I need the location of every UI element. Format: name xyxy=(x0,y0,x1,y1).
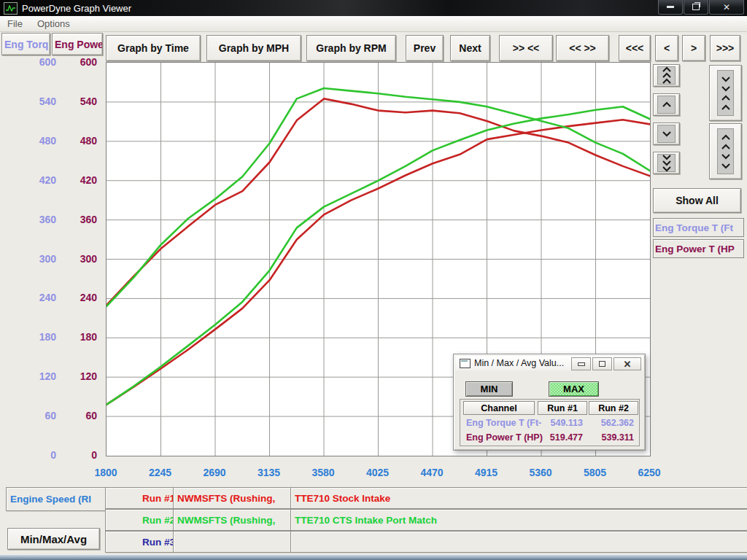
rpm-x-tick-label: 5360 xyxy=(529,467,551,478)
torque-y-tick-label: 600 xyxy=(26,56,56,68)
run3-description-box xyxy=(290,531,747,553)
rpm-x-tick-label: 1800 xyxy=(94,467,117,478)
pan-left-button[interactable]: < xyxy=(655,35,678,61)
zoom-out-y-button[interactable] xyxy=(709,123,742,179)
column-header-run1[interactable]: Run #1 xyxy=(538,401,587,415)
run3-label-box: Run #3 xyxy=(105,531,179,553)
power-run2-max-value: 539.311 xyxy=(589,432,634,443)
close-button[interactable]: ✕ xyxy=(709,0,744,15)
menu-bar: File Options xyxy=(0,16,747,32)
minmax-window-icon xyxy=(460,359,471,368)
torque-channel-label: Eng Torque T (Ft xyxy=(653,218,744,237)
maximize-icon xyxy=(692,4,700,10)
torque-y-tick-label: 540 xyxy=(26,96,56,107)
run1-label-box: Run #1 xyxy=(105,487,179,509)
show-all-button[interactable]: Show All xyxy=(653,188,741,213)
minimize-button[interactable] xyxy=(658,0,683,15)
torque-y-tick-label: 60 xyxy=(26,410,56,421)
power-y-tick-label: 300 xyxy=(66,253,97,265)
rpm-x-tick-label: 4025 xyxy=(366,467,389,478)
window-bottom-frame xyxy=(0,555,747,560)
power-y-tick-label: 600 xyxy=(66,56,97,68)
power-y-tick-label: 360 xyxy=(66,214,97,225)
power-y-tick-label: 180 xyxy=(66,331,97,343)
zoom-in-x-button[interactable]: >> << xyxy=(499,35,553,61)
column-header-run2[interactable]: Run #2 xyxy=(589,401,638,415)
chevron-down-triple-icon xyxy=(657,154,676,172)
chevron-down-icon xyxy=(657,125,676,143)
torque-y-tick-label: 180 xyxy=(26,331,56,343)
minimize-icon xyxy=(578,362,585,366)
run2-description-box: TTE710 CTS Intake Port Match xyxy=(290,509,747,531)
chevron-up-triple-icon xyxy=(657,66,676,85)
maximize-icon xyxy=(599,361,605,367)
app-icon xyxy=(4,2,18,15)
powerdyne-window: PowerDyne Graph Viewer ✕ File Options En… xyxy=(0,0,747,560)
minmax-window-title: Min / Max / Avg Valu... xyxy=(474,358,564,368)
graph-by-rpm-button[interactable]: Graph by RPM xyxy=(306,35,396,61)
min-tab-button[interactable]: MIN xyxy=(465,381,513,397)
pan-right-fast-button[interactable]: >>> xyxy=(710,35,740,61)
scroll-up-fast-button[interactable] xyxy=(653,64,680,87)
run2-source-box: NWMSFTS (Rushing, xyxy=(173,509,294,531)
chevrons-collapse-vertical-icon xyxy=(717,70,734,116)
run1-description-box: TTE710 Stock Intake xyxy=(290,487,747,509)
scroll-down-button[interactable] xyxy=(653,122,680,145)
power-row-label: Eng Power T (HP) xyxy=(466,432,543,443)
rpm-x-tick-label: 3580 xyxy=(311,467,334,478)
rpm-x-tick-label: 3135 xyxy=(258,467,280,478)
scroll-down-fast-button[interactable] xyxy=(653,152,680,174)
torque-y-tick-label: 0 xyxy=(26,449,56,461)
minmax-window-title-bar[interactable]: Min / Max / Avg Valu... ✕ xyxy=(455,356,643,370)
torque-run2-max-value: 562.362 xyxy=(589,418,634,428)
menu-options[interactable]: Options xyxy=(30,16,77,31)
torque-y-tick-label: 240 xyxy=(26,292,56,303)
chevron-up-icon xyxy=(657,96,676,114)
pan-left-fast-button[interactable]: <<< xyxy=(619,35,651,61)
graph-by-mph-button[interactable]: Graph by MPH xyxy=(206,35,301,61)
rpm-x-tick-label: 4915 xyxy=(475,467,498,478)
torque-run1-max-value: 549.113 xyxy=(538,418,583,428)
zoom-out-x-button[interactable]: << >> xyxy=(556,35,609,61)
torque-row-label: Eng Torque T (Ft- xyxy=(466,418,541,428)
menu-file[interactable]: File xyxy=(0,16,30,31)
power-channel-label: Eng Power T (HP xyxy=(653,239,744,258)
power-run1-max-value: 519.477 xyxy=(538,432,583,443)
next-button[interactable]: Next xyxy=(450,35,490,61)
rpm-x-tick-label: 4470 xyxy=(420,467,443,478)
eng-power-axis-button[interactable]: Eng Powe xyxy=(52,33,103,55)
power-y-tick-label: 480 xyxy=(66,135,97,147)
prev-button[interactable]: Prev xyxy=(406,35,444,61)
pan-right-button[interactable]: > xyxy=(682,35,705,61)
torque-y-tick-label: 360 xyxy=(26,214,56,225)
run3-source-box xyxy=(173,531,294,553)
power-y-tick-label: 240 xyxy=(66,292,97,303)
zoom-in-y-button[interactable] xyxy=(709,65,742,121)
minmax-close-button[interactable]: ✕ xyxy=(614,357,641,370)
rpm-x-tick-label: 6250 xyxy=(638,467,660,478)
rpm-x-tick-label: 2690 xyxy=(203,467,225,478)
eng-torque-axis-button[interactable]: Eng Torq xyxy=(1,33,50,55)
minmax-values-window: Min / Max / Avg Valu... ✕ MIN MAX Channe… xyxy=(453,354,646,451)
rpm-x-tick-label: 2245 xyxy=(149,467,171,478)
minmax-minimize-button[interactable] xyxy=(571,357,591,370)
close-icon: ✕ xyxy=(723,3,730,12)
torque-y-tick-label: 480 xyxy=(26,135,56,147)
power-y-tick-label: 420 xyxy=(66,174,97,186)
max-tab-button[interactable]: MAX xyxy=(549,381,599,397)
graph-by-time-button[interactable]: Graph by Time xyxy=(106,35,201,61)
power-y-tick-label: 60 xyxy=(66,410,97,421)
title-bar[interactable]: PowerDyne Graph Viewer ✕ xyxy=(0,0,747,16)
power-y-tick-label: 540 xyxy=(66,96,97,107)
torque-y-tick-label: 420 xyxy=(26,174,56,186)
scroll-up-button[interactable] xyxy=(653,93,680,116)
run2-label-box: Run #2 xyxy=(105,509,179,531)
run1-source-box: NWMSFTS (Rushing, xyxy=(173,487,294,509)
minmax-avg-button[interactable]: Min/Max/Avg xyxy=(7,528,100,550)
window-title: PowerDyne Graph Viewer xyxy=(22,3,131,14)
column-header-channel[interactable]: Channel xyxy=(463,401,535,415)
minmax-maximize-button[interactable] xyxy=(592,357,612,370)
chevrons-expand-vertical-icon xyxy=(717,128,734,174)
close-icon: ✕ xyxy=(624,359,632,370)
maximize-button[interactable] xyxy=(684,0,708,15)
